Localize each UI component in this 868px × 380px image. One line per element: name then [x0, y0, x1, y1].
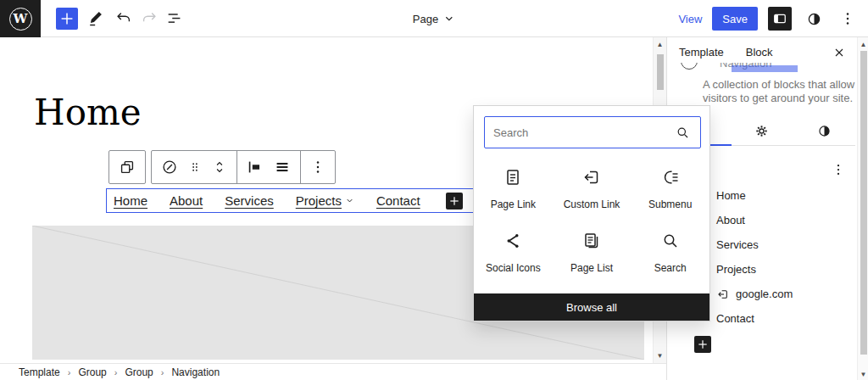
- block-search-input[interactable]: [484, 116, 701, 148]
- document-type-label: Page: [413, 13, 438, 25]
- topbar-actions: View Save: [678, 0, 860, 37]
- breadcrumb-template[interactable]: Template: [19, 366, 60, 378]
- sidebar-scrollbar[interactable]: ▲ ▼: [857, 37, 868, 380]
- document-switcher[interactable]: Page: [413, 0, 455, 37]
- edit-tool-button[interactable]: [83, 5, 110, 32]
- block-title-selection: [732, 65, 798, 72]
- options-menu-button[interactable]: [836, 7, 860, 31]
- scroll-up-icon[interactable]: ▲: [654, 41, 666, 48]
- nav-link-projects[interactable]: Projects: [296, 193, 354, 208]
- page-list-icon: [581, 231, 602, 251]
- breadcrumb-navigation-current: Navigation: [171, 366, 220, 378]
- submenu-icon: [660, 167, 681, 187]
- menu-item-services[interactable]: Services: [716, 232, 851, 257]
- block-type-page-list[interactable]: Page List: [553, 219, 632, 282]
- block-type-search[interactable]: Search: [631, 219, 709, 282]
- close-icon: [832, 46, 846, 59]
- styles-button[interactable]: [802, 7, 826, 31]
- drag-handle[interactable]: [187, 159, 203, 175]
- block-toolbar: [108, 150, 336, 184]
- menu-item-home[interactable]: Home: [716, 183, 851, 208]
- subtab-styles[interactable]: [793, 117, 855, 145]
- styles-half-circle-icon: [805, 10, 823, 28]
- add-nav-item-button[interactable]: [446, 193, 463, 210]
- pencil-icon: [87, 9, 106, 28]
- menu-item-google[interactable]: google.com: [716, 282, 851, 306]
- scroll-down-icon[interactable]: ▼: [654, 352, 666, 360]
- navigation-block-icon: [160, 158, 179, 176]
- block-options-button[interactable]: [309, 159, 326, 176]
- move-up-down-icon: [211, 158, 228, 176]
- menu-item-projects[interactable]: Projects: [716, 257, 851, 282]
- chevron-down-icon: [443, 13, 455, 25]
- plus-icon: [58, 9, 76, 28]
- drag-handle-icon: [187, 159, 203, 175]
- undo-button[interactable]: [110, 5, 137, 32]
- list-view-icon: [165, 9, 184, 28]
- wordpress-logo[interactable]: W: [0, 0, 41, 37]
- scroll-down-icon[interactable]: ▼: [858, 371, 868, 378]
- subtab-settings[interactable]: [730, 117, 793, 145]
- tab-template[interactable]: Template: [679, 46, 724, 59]
- block-type-page-link[interactable]: Page Link: [474, 155, 553, 219]
- more-vertical-icon: [309, 159, 326, 176]
- plus-icon: [448, 194, 461, 208]
- social-icons-icon: [503, 231, 523, 251]
- view-button[interactable]: View: [678, 13, 702, 25]
- nav-link-about[interactable]: About: [170, 193, 203, 208]
- redo-button[interactable]: [136, 5, 163, 32]
- more-vertical-icon: [839, 10, 856, 27]
- tab-block[interactable]: Block: [746, 46, 773, 59]
- breadcrumb-group-1[interactable]: Group: [78, 366, 106, 378]
- parent-block-icon: [118, 158, 136, 176]
- search-icon: [675, 125, 691, 141]
- canvas-scrollbar-thumb[interactable]: [657, 54, 664, 90]
- justify-items-button[interactable]: [246, 158, 264, 176]
- block-inserter-button[interactable]: [56, 8, 78, 30]
- close-sidebar-button[interactable]: [831, 44, 848, 61]
- list-view-button[interactable]: [161, 5, 188, 32]
- custom-link-icon: [581, 167, 602, 187]
- quick-inserter-popup: Page Link Custom Link Submenu Social Ico…: [473, 105, 710, 321]
- custom-link-icon: [716, 288, 730, 301]
- menu-display-button[interactable]: [273, 158, 292, 176]
- more-vertical-icon: [831, 162, 846, 177]
- add-menu-item-button[interactable]: [694, 336, 711, 353]
- nav-link-home[interactable]: Home: [114, 193, 147, 208]
- submenu-chevron-icon: [345, 196, 354, 205]
- search-icon: [660, 231, 681, 251]
- block-mover-buttons[interactable]: [211, 158, 228, 176]
- undo-icon: [114, 9, 133, 28]
- scroll-up-icon[interactable]: ▲: [858, 41, 868, 48]
- sidebar-panel-icon: [771, 10, 788, 27]
- block-description: A collection of blocks that allow visito…: [703, 78, 860, 104]
- block-results-grid: Page Link Custom Link Submenu Social Ico…: [474, 155, 709, 282]
- breadcrumb-group-2[interactable]: Group: [125, 366, 153, 378]
- nav-link-services[interactable]: Services: [225, 193, 274, 208]
- redo-icon: [140, 9, 159, 28]
- sidebar-scrollbar-thumb[interactable]: [860, 51, 867, 355]
- navigation-block-type-button[interactable]: [160, 158, 179, 176]
- wordpress-logo-icon: W: [9, 8, 32, 31]
- browse-all-button[interactable]: Browse all: [474, 293, 709, 321]
- styles-half-circle-icon: [816, 123, 832, 139]
- editor-top-bar: W Page: [0, 0, 868, 37]
- block-type-custom-link[interactable]: Custom Link: [553, 155, 632, 219]
- menu-item-about[interactable]: About: [716, 208, 851, 232]
- breadcrumb: Template › Group › Group › Navigation: [0, 363, 666, 380]
- plus-icon: [696, 338, 709, 351]
- page-title[interactable]: Home: [34, 92, 142, 133]
- select-parent-block-button[interactable]: [118, 158, 136, 176]
- gear-icon: [754, 123, 770, 139]
- block-type-submenu[interactable]: Submenu: [631, 155, 709, 219]
- navigation-block-icon: [681, 63, 698, 70]
- menu-bars-icon: [273, 158, 292, 176]
- settings-sidebar-toggle[interactable]: [768, 7, 792, 31]
- menu-item-contact[interactable]: Contact: [716, 306, 851, 331]
- sidebar-tabs: Template Block: [679, 41, 773, 63]
- save-button[interactable]: Save: [712, 7, 758, 31]
- block-type-social-icons[interactable]: Social Icons: [474, 219, 553, 282]
- nav-link-contact[interactable]: Contact: [376, 193, 420, 208]
- chevron-right-icon: ›: [114, 367, 118, 377]
- menu-options-button[interactable]: [828, 159, 849, 180]
